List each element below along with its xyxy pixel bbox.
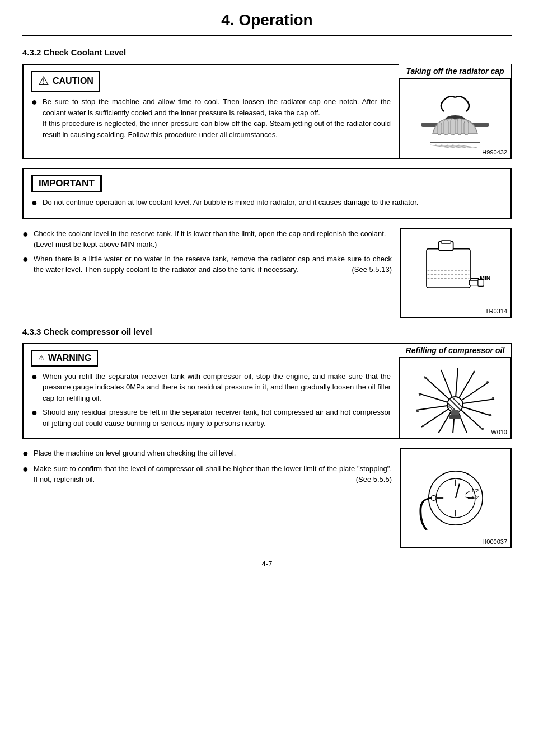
svg-rect-17 bbox=[427, 248, 470, 287]
warning-text-1: When you refill the separator receiver t… bbox=[43, 371, 391, 404]
warning-badge: ⚠ WARNING bbox=[31, 350, 98, 367]
coolant-bullet-2: ● When there is a little water or no wat… bbox=[22, 253, 392, 275]
warning-label: WARNING bbox=[48, 353, 91, 363]
coolant-bullets: ● Check the coolant level in the reserve… bbox=[22, 228, 392, 318]
warning-left: ⚠ WARNING ● When you refill the separato… bbox=[24, 344, 399, 438]
caution-left: ⚠ CAUTION ● Be sure to stop the machine … bbox=[24, 65, 399, 158]
caution-triangle-icon: ⚠ bbox=[38, 74, 49, 88]
caution-right-label: Taking off the radiator cap bbox=[399, 64, 511, 79]
svg-rect-8 bbox=[457, 119, 462, 135]
caution-body-text: Be sure to stop the machine and allow ti… bbox=[43, 96, 391, 140]
coolant-image-code: TR0314 bbox=[485, 308, 507, 314]
important-text: ● Do not continue operation at low coola… bbox=[31, 197, 503, 209]
radiator-cap-svg bbox=[416, 89, 494, 151]
oil-bullet-text-1: Place the machine on level ground when c… bbox=[34, 448, 236, 459]
svg-point-48 bbox=[416, 410, 419, 412]
oil-gauge-svg: 1/2 1/2 bbox=[411, 459, 500, 537]
oil-level-section: ● Place the machine on level ground when… bbox=[22, 448, 512, 548]
coolant-bullet-text-1: Check the coolant level in the reserve t… bbox=[34, 228, 386, 250]
warning-right: Refilling of compressor oil bbox=[399, 344, 510, 438]
svg-point-56 bbox=[486, 381, 489, 383]
bullet-dot: ● bbox=[31, 96, 40, 109]
important-header-row: IMPORTANT bbox=[31, 175, 503, 192]
svg-rect-7 bbox=[451, 119, 455, 135]
svg-point-71 bbox=[431, 496, 436, 501]
important-bullet-dot: ● bbox=[31, 197, 40, 209]
svg-rect-5 bbox=[437, 123, 442, 135]
caution-badge: ⚠ CAUTION bbox=[31, 71, 100, 92]
min-diagram-svg: MIN bbox=[411, 237, 500, 309]
svg-rect-25 bbox=[469, 280, 479, 285]
oil-level-bullets: ● Place the machine on level ground when… bbox=[22, 448, 392, 548]
caution-box: ⚠ CAUTION ● Be sure to stop the machine … bbox=[22, 64, 512, 159]
section-432-header: 4.3.2 Check Coolant Level bbox=[22, 48, 512, 57]
oil-image-code: H000037 bbox=[482, 538, 507, 545]
warning-right-label: Refilling of compressor oil bbox=[399, 344, 511, 358]
svg-point-55 bbox=[492, 397, 494, 399]
bullet-dot-2: ● bbox=[22, 253, 31, 266]
oil-bullet-dot-1: ● bbox=[22, 448, 31, 460]
compressor-svg bbox=[413, 365, 497, 433]
important-box: IMPORTANT ● Do not continue operation at… bbox=[22, 168, 512, 219]
oil-bullet-2: ● Make sure to confirm that the level of… bbox=[22, 463, 392, 485]
svg-point-46 bbox=[424, 377, 427, 379]
caution-text: ● Be sure to stop the machine and allow … bbox=[31, 96, 391, 140]
coolant-diagram: MIN TR0314 bbox=[400, 228, 512, 318]
compressor-oil-image bbox=[410, 365, 500, 433]
oil-level-diagram: 1/2 1/2 H000037 bbox=[400, 448, 512, 548]
warning-bullet-1: ● When you refill the separator receiver… bbox=[31, 371, 391, 404]
coolant-bullet-1: ● Check the coolant level in the reserve… bbox=[22, 228, 392, 250]
svg-point-49 bbox=[422, 425, 424, 427]
svg-rect-9 bbox=[464, 121, 469, 135]
w-bullet-dot-1: ● bbox=[31, 371, 40, 383]
coolant-section: ● Check the coolant level in the reserve… bbox=[22, 228, 512, 318]
warning-triangle-icon: ⚠ bbox=[38, 354, 45, 362]
page-title: 4. Operation bbox=[22, 11, 512, 36]
oil-bullet-1: ● Place the machine on level ground when… bbox=[22, 448, 392, 460]
svg-point-53 bbox=[481, 428, 484, 430]
w-bullet-dot-2: ● bbox=[31, 407, 40, 419]
svg-point-57 bbox=[473, 371, 475, 373]
coolant-bullet-text-2: When there is a little water or no water… bbox=[34, 253, 392, 275]
warning-image-code: W010 bbox=[491, 429, 507, 435]
caution-label: CAUTION bbox=[53, 76, 93, 86]
svg-text:1/2: 1/2 bbox=[471, 494, 479, 500]
warning-box: ⚠ WARNING ● When you refill the separato… bbox=[22, 343, 512, 439]
svg-rect-59 bbox=[449, 415, 461, 419]
warning-bullet-2: ● Should any residual pressure be left i… bbox=[31, 407, 391, 429]
oil-bullet-text-2: Make sure to confirm that the level of c… bbox=[34, 463, 392, 485]
svg-rect-26 bbox=[478, 279, 484, 286]
section-433-header: 4.3.3 Check compressor oil level bbox=[22, 327, 512, 336]
warning-text-2: Should any residual pressure be left in … bbox=[43, 407, 391, 429]
page-number: 4-7 bbox=[22, 560, 512, 568]
bullet-dot-1: ● bbox=[22, 228, 31, 241]
svg-point-47 bbox=[419, 393, 421, 396]
important-badge: IMPORTANT bbox=[31, 175, 102, 192]
caution-right: Taking off the radiator cap bbox=[399, 65, 510, 158]
svg-rect-19 bbox=[441, 241, 451, 243]
caution-image-code: H990432 bbox=[482, 149, 507, 156]
important-body: Do not continue operation at low coolant… bbox=[43, 197, 418, 208]
svg-point-54 bbox=[489, 414, 491, 416]
svg-text:1/2: 1/2 bbox=[471, 487, 479, 494]
svg-rect-6 bbox=[444, 120, 448, 135]
radiator-cap-image bbox=[410, 86, 500, 153]
oil-bullet-dot-2: ● bbox=[22, 463, 31, 476]
